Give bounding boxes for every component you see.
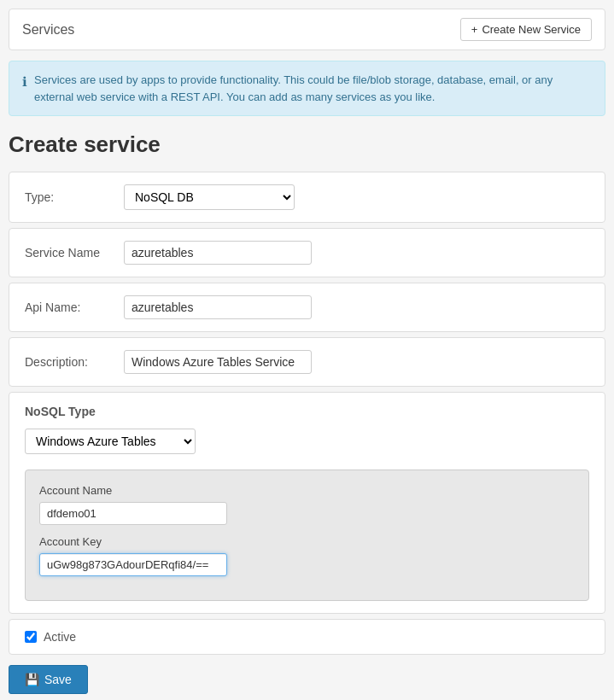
- account-name-input[interactable]: [39, 502, 227, 525]
- services-title: Services: [22, 22, 74, 38]
- description-label: Description:: [25, 355, 110, 369]
- nosql-section: NoSQL Type Windows Azure Tables MongoDB …: [9, 392, 605, 614]
- account-key-label: Account Key: [39, 535, 575, 548]
- nosql-section-title: NoSQL Type: [25, 405, 589, 418]
- service-name-section: Service Name: [9, 228, 605, 277]
- nosql-credentials: Account Name Account Key: [25, 470, 589, 601]
- save-icon: 💾: [25, 673, 39, 686]
- account-key-input[interactable]: [39, 553, 227, 576]
- nosql-type-select[interactable]: Windows Azure Tables MongoDB CouchDB Dyn…: [25, 429, 196, 454]
- active-label[interactable]: Active: [44, 630, 76, 644]
- plus-icon: +: [471, 23, 478, 36]
- info-icon: ℹ: [22, 73, 27, 105]
- create-new-service-label: Create New Service: [482, 23, 581, 36]
- service-name-input[interactable]: [124, 241, 312, 265]
- api-name-section: Api Name:: [9, 283, 605, 332]
- type-select[interactable]: NoSQL DB SQL DB REST API Email Push Noti…: [124, 184, 295, 210]
- page-title: Create service: [9, 131, 605, 158]
- type-label: Type:: [25, 190, 110, 204]
- active-checkbox[interactable]: [25, 631, 37, 643]
- type-section: Type: NoSQL DB SQL DB REST API Email Pus…: [9, 172, 605, 223]
- api-name-input[interactable]: [124, 295, 312, 319]
- save-label: Save: [44, 673, 72, 686]
- description-section: Description:: [9, 337, 605, 387]
- create-new-service-button[interactable]: + Create New Service: [460, 18, 592, 41]
- info-box: ℹ Services are used by apps to provide f…: [9, 61, 605, 116]
- api-name-label: Api Name:: [25, 300, 110, 314]
- info-text: Services are used by apps to provide fun…: [34, 72, 592, 105]
- service-name-row: Service Name: [25, 241, 589, 265]
- active-section: Active: [9, 619, 605, 655]
- api-name-row: Api Name:: [25, 295, 589, 319]
- services-header: Services + Create New Service: [9, 9, 605, 50]
- account-name-label: Account Name: [39, 484, 575, 497]
- description-input[interactable]: [124, 350, 312, 374]
- type-row: Type: NoSQL DB SQL DB REST API Email Pus…: [25, 184, 589, 210]
- service-name-label: Service Name: [25, 246, 110, 260]
- save-button[interactable]: 💾 Save: [9, 665, 88, 694]
- description-row: Description:: [25, 350, 589, 374]
